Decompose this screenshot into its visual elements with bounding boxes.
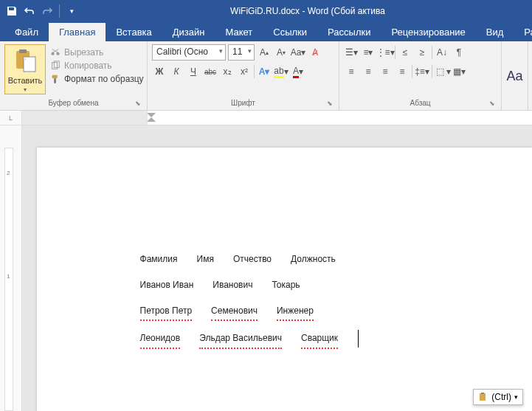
undo-icon[interactable] (24, 5, 35, 17)
chevron-down-icon: ▾ (514, 393, 518, 401)
doc-line[interactable]: ФамилияИмяОтчествоДолжность (140, 251, 532, 268)
doc-word[interactable]: Фамилия (140, 251, 178, 268)
sort-button[interactable]: A↓ (435, 44, 449, 61)
bullets-button[interactable]: ☰▾ (344, 44, 359, 61)
window-title: WiFiGiD.RU.docx - Word (Сбой актива (83, 6, 532, 16)
dialog-launcher-icon[interactable]: ⬊ (135, 100, 144, 108)
strike-button[interactable]: abc (203, 63, 218, 80)
doc-word[interactable]: Иванов Иван (140, 277, 194, 294)
font-group-label: Шрифт (152, 99, 334, 108)
font-size-select[interactable]: 11 (228, 44, 255, 61)
dialog-launcher-icon[interactable]: ⬊ (327, 100, 336, 108)
ribbon-tabs: ФайлГлавнаяВставкаДизайнМакетСсылкиРассы… (0, 22, 532, 41)
brush-icon (50, 74, 61, 84)
tab-рассылки[interactable]: Рассылки (317, 23, 381, 41)
decrease-indent-button[interactable]: ≤ (398, 44, 412, 61)
show-marks-button[interactable]: ¶ (452, 44, 466, 61)
align-center-button[interactable]: ≡ (361, 63, 376, 80)
doc-word[interactable]: Имя (197, 251, 214, 268)
line-spacing-button[interactable]: ‡≡▾ (415, 63, 429, 80)
horizontal-ruler[interactable]: L (0, 111, 532, 125)
tab-ссылки[interactable]: Ссылки (263, 23, 317, 41)
align-left-button[interactable]: ≡ (344, 63, 359, 80)
clipboard-icon (478, 392, 488, 402)
font-group: Calibri (Осно 11 A▴ A▾ Aa▾ A̷ Ж К Ч abc … (148, 41, 339, 110)
styles-button[interactable]: Аа (506, 69, 522, 84)
scissors-icon (50, 47, 61, 58)
format-painter-label: Формат по образцу (64, 74, 144, 84)
doc-word[interactable]: Иванович (213, 277, 252, 294)
paste-options-popup[interactable]: (Ctrl) ▾ (473, 389, 523, 405)
shrink-font-button[interactable]: A▾ (274, 44, 289, 61)
paste-popup-label: (Ctrl) (491, 392, 511, 402)
numbering-button[interactable]: ≡▾ (361, 44, 376, 61)
paste-button[interactable]: Вставить ▾ (4, 44, 46, 94)
tab-макет[interactable]: Макет (215, 23, 263, 41)
document-content[interactable]: ФамилияИмяОтчествоДолжностьИванов ИванИв… (140, 251, 532, 349)
borders-button[interactable]: ▦▾ (452, 63, 466, 80)
document-area: 2 1 ФамилияИмяОтчествоДолжностьИванов Ив… (0, 125, 532, 411)
tab-рецензирование[interactable]: Рецензирование (381, 23, 475, 41)
doc-line[interactable]: Петров ПетрСеменовичИнженер (140, 303, 532, 322)
tab-разрабо[interactable]: Разрабо (514, 23, 532, 41)
tab-selector[interactable]: L (0, 111, 22, 125)
change-case-button[interactable]: Aa▾ (291, 44, 305, 61)
vertical-ruler[interactable]: 2 1 (0, 125, 22, 411)
superscript-button[interactable]: x² (237, 63, 252, 80)
doc-word[interactable]: Сварщик (301, 330, 338, 349)
svg-rect-1 (19, 49, 27, 53)
justify-button[interactable]: ≡ (395, 63, 410, 80)
subscript-button[interactable]: x₂ (220, 63, 235, 80)
qat-dropdown-icon[interactable]: ▾ (66, 5, 77, 17)
paragraph-group: ☰▾ ≡▾ ⋮≡▾ ≤ ≥ A↓ ¶ ≡ ≡ ≡ ≡ ‡≡▾ ⬚▾ ▦▾ Абз… (339, 41, 502, 110)
doc-word[interactable]: Должность (291, 251, 336, 268)
format-painter-button[interactable]: Формат по образцу (50, 74, 144, 84)
cut-button[interactable]: Вырезать (50, 47, 144, 58)
text-effects-button[interactable]: A▾ (257, 63, 272, 80)
doc-line[interactable]: Иванов ИванИвановичТокарь (140, 277, 532, 294)
increase-indent-button[interactable]: ≥ (415, 44, 429, 61)
copy-label: Копировать (64, 61, 112, 71)
italic-button[interactable]: К (169, 63, 184, 80)
redo-icon[interactable] (41, 5, 53, 17)
styles-group: Аа (502, 41, 528, 110)
cut-label: Вырезать (64, 47, 103, 58)
title-bar: ▾ WiFiGiD.RU.docx - Word (Сбой актива (0, 0, 532, 22)
tab-файл[interactable]: Файл (4, 23, 49, 41)
svg-rect-5 (480, 393, 486, 401)
doc-word[interactable]: Эльдар Васильевич (199, 330, 282, 349)
underline-button[interactable]: Ч (186, 63, 201, 80)
tab-главная[interactable]: Главная (49, 23, 106, 41)
doc-word[interactable]: Леонидов (140, 330, 181, 349)
font-color-button[interactable]: A▾ (291, 63, 305, 80)
text-cursor (358, 330, 359, 348)
clear-formatting-button[interactable]: A̷ (308, 44, 322, 61)
doc-word[interactable]: Семенович (211, 303, 258, 322)
shading-button[interactable]: ⬚▾ (435, 63, 449, 80)
tab-вставка[interactable]: Вставка (106, 23, 162, 41)
align-right-button[interactable]: ≡ (378, 63, 393, 80)
ribbon: Вставить ▾ Вырезать Копировать Формат по… (0, 41, 532, 111)
bold-button[interactable]: Ж (152, 63, 167, 80)
font-name-select[interactable]: Calibri (Осно (152, 44, 226, 61)
separator (59, 4, 60, 18)
svg-rect-6 (481, 393, 484, 394)
tab-дизайн[interactable]: Дизайн (162, 23, 215, 41)
dialog-launcher-icon[interactable]: ⬊ (489, 100, 498, 108)
indent-marker-icon[interactable] (146, 112, 156, 122)
doc-word[interactable]: Инженер (277, 303, 314, 322)
grow-font-button[interactable]: A▴ (257, 44, 272, 61)
chevron-down-icon: ▾ (24, 86, 27, 93)
save-icon[interactable] (6, 5, 18, 17)
tab-вид[interactable]: Вид (476, 23, 514, 41)
copy-icon (50, 61, 61, 71)
doc-word[interactable]: Токарь (272, 277, 300, 294)
paragraph-group-label: Абзац (344, 99, 497, 108)
doc-line[interactable]: ЛеонидовЭльдар ВасильевичСварщик (140, 330, 532, 349)
highlight-button[interactable]: ab▾ (274, 63, 289, 80)
document-page[interactable]: ФамилияИмяОтчествоДолжностьИванов ИванИв… (37, 148, 532, 411)
multilevel-button[interactable]: ⋮≡▾ (378, 44, 393, 61)
copy-button[interactable]: Копировать (50, 61, 144, 71)
doc-word[interactable]: Отчество (233, 251, 272, 268)
doc-word[interactable]: Петров Петр (140, 303, 193, 322)
